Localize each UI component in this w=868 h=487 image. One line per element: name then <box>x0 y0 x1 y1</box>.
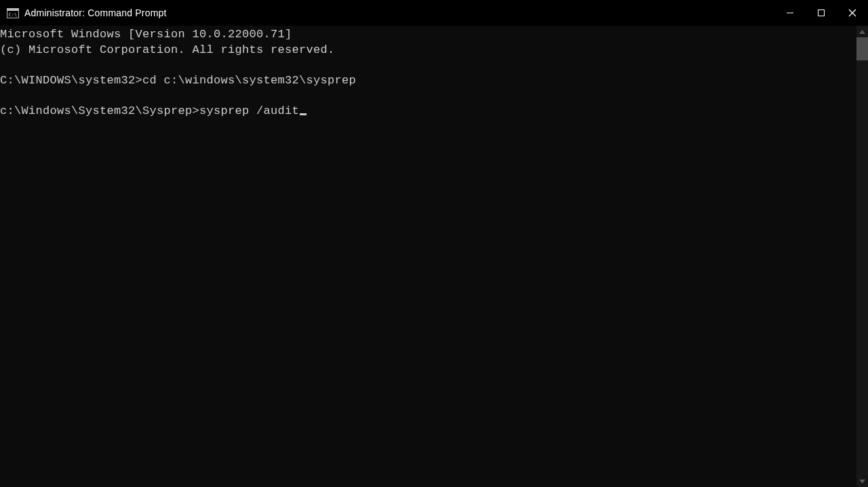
terminal-line: (c) Microsoft Corporation. All rights re… <box>0 43 856 58</box>
minimize-icon <box>786 9 794 17</box>
terminal-line <box>0 58 856 73</box>
maximize-button[interactable] <box>806 0 837 26</box>
svg-line-6 <box>849 9 856 16</box>
svg-rect-1 <box>7 9 18 11</box>
terminal-line: Microsoft Windows [Version 10.0.22000.71… <box>0 27 856 43</box>
svg-line-5 <box>849 9 856 16</box>
text-cursor <box>300 113 307 115</box>
terminal-line: C:\WINDOWS\system32>cd c:\windows\system… <box>0 73 856 89</box>
titlebar[interactable]: C:\ Administrator: Command Prompt <box>0 0 868 26</box>
terminal-output[interactable]: Microsoft Windows [Version 10.0.22000.71… <box>0 26 856 487</box>
scroll-down-button[interactable] <box>856 475 868 487</box>
chevron-down-icon <box>859 480 865 484</box>
svg-rect-3 <box>787 13 793 14</box>
client-area: Microsoft Windows [Version 10.0.22000.71… <box>0 26 868 487</box>
svg-marker-8 <box>859 480 865 484</box>
scroll-up-button[interactable] <box>856 26 868 37</box>
maximize-icon <box>817 9 825 17</box>
terminal-current-line[interactable]: c:\Windows\System32\Sysprep>sysprep /aud… <box>0 104 856 119</box>
svg-rect-4 <box>818 10 825 16</box>
scroll-thumb[interactable] <box>856 37 868 60</box>
svg-text:C:\: C:\ <box>9 12 18 18</box>
window-title: Administrator: Command Prompt <box>24 7 167 18</box>
minimize-button[interactable] <box>774 0 806 26</box>
scroll-track[interactable] <box>856 37 868 475</box>
svg-marker-7 <box>859 30 865 34</box>
close-icon <box>848 9 856 17</box>
terminal-prompt: c:\Windows\System32\Sysprep> <box>0 104 199 117</box>
close-button[interactable] <box>837 0 868 26</box>
terminal-input[interactable]: sysprep /audit <box>199 104 299 117</box>
terminal-line <box>0 88 856 104</box>
cmd-icon: C:\ <box>7 7 19 19</box>
chevron-up-icon <box>859 30 865 34</box>
command-prompt-window: C:\ Administrator: Command Prompt Micros… <box>0 0 868 487</box>
vertical-scrollbar[interactable] <box>856 26 868 487</box>
